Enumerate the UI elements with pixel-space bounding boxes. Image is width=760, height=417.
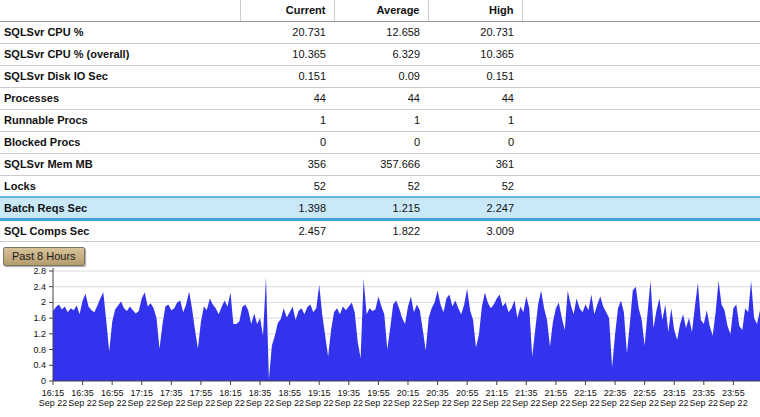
svg-text:Sep 22: Sep 22 [719, 398, 748, 408]
svg-text:16:55: 16:55 [101, 388, 124, 398]
column-header-current: Current [240, 0, 334, 21]
metric-row-disk-io[interactable]: SQLSvr Disk IO Sec 0.151 0.09 0.151 [0, 65, 760, 87]
metric-label: Processes [0, 87, 240, 109]
svg-text:Sep 22: Sep 22 [305, 398, 334, 408]
svg-text:Sep 22: Sep 22 [187, 398, 216, 408]
svg-text:Sep 22: Sep 22 [690, 398, 719, 408]
metric-name-header [0, 0, 240, 21]
svg-text:23:55: 23:55 [722, 388, 745, 398]
metric-high: 1 [428, 109, 522, 131]
past-8-hours-button[interactable]: Past 8 Hours [3, 247, 85, 266]
svg-text:Sep 22: Sep 22 [39, 398, 68, 408]
metric-average: 0.09 [334, 65, 428, 87]
metric-high: 361 [428, 153, 522, 175]
metric-row-sqlsvr-cpu[interactable]: SQLSvr CPU % 20.731 12.658 20.731 [0, 21, 760, 43]
svg-text:Sep 22: Sep 22 [394, 398, 423, 408]
metric-label: Locks [0, 175, 240, 197]
svg-text:2.4: 2.4 [33, 281, 46, 291]
metric-average: 6.329 [334, 43, 428, 65]
metric-current: 0 [240, 131, 334, 153]
metric-label: SQL Comps Sec [0, 219, 240, 241]
metric-row-runnable-procs[interactable]: Runnable Procs 1 1 1 [0, 109, 760, 131]
svg-text:22:35: 22:35 [604, 388, 627, 398]
metric-average: 0 [334, 131, 428, 153]
metric-current: 20.731 [240, 21, 334, 43]
metrics-header-row: Current Average High [0, 0, 760, 21]
svg-text:19:35: 19:35 [338, 388, 361, 398]
svg-text:Sep 22: Sep 22 [127, 398, 156, 408]
svg-text:16:15: 16:15 [42, 388, 65, 398]
svg-text:Sep 22: Sep 22 [630, 398, 659, 408]
metric-row-locks[interactable]: Locks 52 52 52 [0, 175, 760, 197]
metrics-table: Current Average High SQLSvr CPU % 20.731… [0, 0, 760, 242]
svg-text:0.8: 0.8 [33, 344, 46, 354]
svg-text:23:35: 23:35 [693, 388, 716, 398]
metric-row-mem-mb[interactable]: SQLSvr Mem MB 356 357.666 361 [0, 153, 760, 175]
metric-current: 0.151 [240, 65, 334, 87]
metric-label: SQLSvr Disk IO Sec [0, 65, 240, 87]
metric-current: 1.398 [240, 197, 334, 219]
metric-label: SQLSvr CPU % (overall) [0, 43, 240, 65]
svg-text:Sep 22: Sep 22 [98, 398, 127, 408]
svg-text:22:15: 22:15 [574, 388, 597, 398]
svg-text:18:55: 18:55 [278, 388, 301, 398]
svg-text:18:35: 18:35 [249, 388, 272, 398]
metric-row-processes[interactable]: Processes 44 44 44 [0, 87, 760, 109]
svg-text:Sep 22: Sep 22 [216, 398, 245, 408]
svg-text:22:55: 22:55 [633, 388, 656, 398]
metric-row-batch-reqs-selected[interactable]: Batch Reqs Sec 1.398 1.215 2.247 [0, 197, 760, 219]
header-filler [522, 0, 760, 21]
metric-label: Blocked Procs [0, 131, 240, 153]
metric-average: 357.666 [334, 153, 428, 175]
metric-high: 52 [428, 175, 522, 197]
metric-current: 44 [240, 87, 334, 109]
metric-row-sql-comps[interactable]: SQL Comps Sec 2.457 1.822 3.009 [0, 219, 760, 241]
svg-text:2.8: 2.8 [33, 266, 46, 276]
svg-text:0: 0 [41, 376, 46, 386]
svg-text:Sep 22: Sep 22 [601, 398, 630, 408]
metric-high: 2.247 [428, 197, 522, 219]
column-header-average: Average [334, 0, 428, 21]
metric-high: 0.151 [428, 65, 522, 87]
metric-current: 1 [240, 109, 334, 131]
svg-text:0.4: 0.4 [33, 360, 46, 370]
chart-canvas: 00.40.81.21.622.42.816:15Sep 2216:35Sep … [0, 266, 760, 416]
metric-average: 52 [334, 175, 428, 197]
svg-text:Sep 22: Sep 22 [68, 398, 97, 408]
metric-high: 3.009 [428, 219, 522, 241]
svg-text:1.2: 1.2 [33, 328, 46, 338]
svg-text:Sep 22: Sep 22 [423, 398, 452, 408]
metric-label: Batch Reqs Sec [0, 197, 240, 219]
svg-text:Sep 22: Sep 22 [512, 398, 541, 408]
metric-label: SQLSvr Mem MB [0, 153, 240, 175]
svg-text:1.6: 1.6 [33, 313, 46, 323]
svg-text:20:55: 20:55 [456, 388, 479, 398]
svg-text:18:15: 18:15 [219, 388, 242, 398]
svg-text:Sep 22: Sep 22 [542, 398, 571, 408]
metric-average: 44 [334, 87, 428, 109]
metric-current: 356 [240, 153, 334, 175]
svg-text:Sep 22: Sep 22 [275, 398, 304, 408]
svg-text:17:15: 17:15 [130, 388, 153, 398]
svg-text:17:35: 17:35 [160, 388, 183, 398]
metric-average: 1.822 [334, 219, 428, 241]
svg-text:21:55: 21:55 [545, 388, 568, 398]
metric-current: 10.365 [240, 43, 334, 65]
svg-text:21:35: 21:35 [515, 388, 538, 398]
timeseries-area-chart: 00.40.81.21.622.42.816:15Sep 2216:35Sep … [0, 266, 760, 416]
svg-text:Sep 22: Sep 22 [246, 398, 275, 408]
svg-text:23:15: 23:15 [663, 388, 686, 398]
metric-high: 44 [428, 87, 522, 109]
svg-text:20:15: 20:15 [397, 388, 420, 398]
metric-average: 12.658 [334, 21, 428, 43]
svg-text:20:35: 20:35 [426, 388, 449, 398]
metric-row-blocked-procs[interactable]: Blocked Procs 0 0 0 [0, 131, 760, 153]
svg-text:17:55: 17:55 [190, 388, 213, 398]
svg-text:16:35: 16:35 [71, 388, 94, 398]
svg-text:19:15: 19:15 [308, 388, 331, 398]
metric-current: 52 [240, 175, 334, 197]
metric-row-sqlsvr-cpu-overall[interactable]: SQLSvr CPU % (overall) 10.365 6.329 10.3… [0, 43, 760, 65]
column-header-high: High [428, 0, 522, 21]
svg-text:Sep 22: Sep 22 [571, 398, 600, 408]
svg-text:19:55: 19:55 [367, 388, 390, 398]
